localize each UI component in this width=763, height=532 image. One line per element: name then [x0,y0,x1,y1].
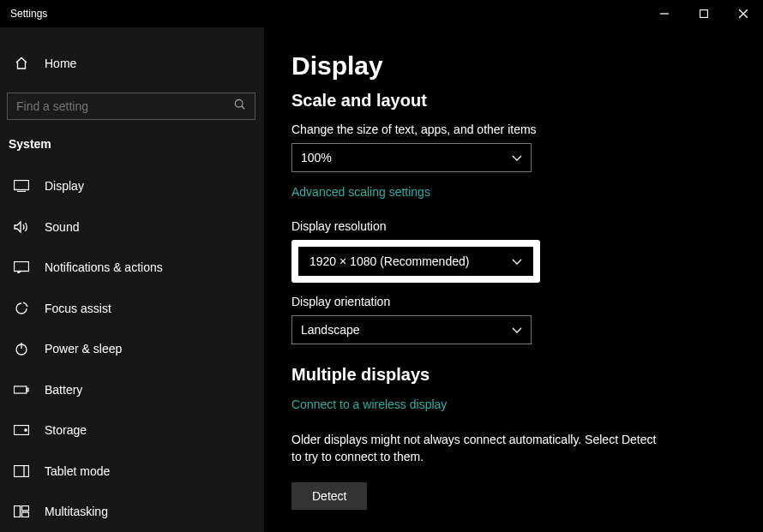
sound-icon [14,220,29,234]
resolution-value: 1920 × 1080 (Recommended) [309,254,469,268]
focus-assist-icon [14,302,29,315]
window-title: Settings [10,8,47,20]
text-size-label: Change the size of text, apps, and other… [291,123,763,136]
svg-rect-8 [15,262,29,272]
advanced-scaling-link[interactable]: Advanced scaling settings [291,185,430,199]
sidebar-item-display[interactable]: Display [0,166,264,206]
nav-label: Power & sleep [45,342,122,356]
sidebar-item-storage[interactable]: Storage [0,410,264,451]
nav-label: Sound [45,220,79,234]
sidebar-item-power-sleep[interactable]: Power & sleep [0,329,264,369]
detect-help-text: Older displays might not always connect … [291,432,669,465]
minimize-button[interactable] [645,0,684,27]
text-size-value: 100% [301,151,332,164]
svg-line-5 [242,105,245,109]
sidebar-item-tablet-mode[interactable]: Tablet mode [0,451,264,491]
sidebar: Home System Display Sound Notifications … [0,27,264,532]
power-icon [14,342,29,356]
resolution-highlight: 1920 × 1080 (Recommended) [291,240,540,283]
orientation-select[interactable]: Landscape [291,315,532,344]
svg-point-14 [25,429,27,431]
nav-label: Focus assist [45,302,111,315]
maximize-button[interactable] [684,0,724,27]
orientation-value: Landscape [301,323,360,337]
home-icon [14,57,29,70]
storage-icon [14,425,29,435]
home-label: Home [45,57,76,70]
search-field[interactable] [16,99,234,113]
search-input[interactable] [7,93,255,120]
window-controls [645,0,763,27]
search-icon [234,99,246,114]
svg-rect-12 [27,388,28,392]
text-size-select[interactable]: 100% [291,143,532,172]
nav-label: Multitasking [45,505,108,518]
multitasking-icon [14,505,29,517]
page-title: Display [291,51,763,81]
orientation-label: Display orientation [291,295,763,308]
sidebar-item-battery[interactable]: Battery [0,369,264,409]
nav-label: Storage [45,423,87,437]
notifications-icon [14,261,29,273]
nav-label: Tablet mode [45,464,110,478]
svg-rect-1 [700,10,708,18]
nav-label: Display [45,179,84,193]
display-icon [14,180,29,192]
close-button[interactable] [724,0,763,27]
scale-heading: Scale and layout [291,91,763,111]
resolution-select[interactable]: 1920 × 1080 (Recommended) [298,247,533,276]
sidebar-item-notifications[interactable]: Notifications & actions [0,248,264,288]
sidebar-category: System [0,137,264,166]
chevron-down-icon [512,323,522,337]
content-pane: Display Scale and layout Change the size… [264,27,763,532]
close-icon [739,9,748,18]
battery-icon [14,385,29,395]
nav-label: Battery [45,383,82,397]
svg-rect-19 [22,512,29,517]
svg-rect-11 [14,386,26,393]
sidebar-item-focus-assist[interactable]: Focus assist [0,288,264,328]
window-titlebar: Settings [0,0,763,27]
nav-label: Notifications & actions [45,260,163,274]
home-nav[interactable]: Home [0,48,264,79]
svg-rect-6 [15,181,29,190]
chevron-down-icon [512,254,522,268]
connect-wireless-link[interactable]: Connect to a wireless display [291,398,447,411]
sidebar-item-sound[interactable]: Sound [0,206,264,247]
chevron-down-icon [512,151,522,164]
svg-rect-18 [22,506,29,511]
svg-rect-17 [15,506,21,517]
multiple-displays-heading: Multiple displays [291,365,763,385]
resolution-label: Display resolution [291,219,763,233]
maximize-icon [700,9,708,18]
minimize-icon [660,9,669,18]
sidebar-item-multitasking[interactable]: Multitasking [0,491,264,531]
svg-rect-15 [15,465,29,476]
tablet-icon [14,465,29,477]
detect-button[interactable]: Detect [291,482,367,510]
